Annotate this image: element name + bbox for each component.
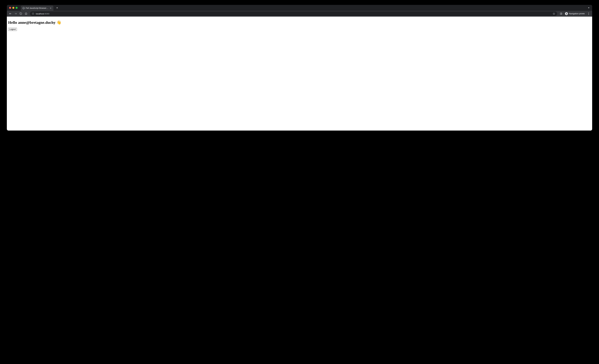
bookmark-button[interactable]	[553, 12, 555, 15]
globe-icon	[22, 7, 25, 9]
url-port: :8080	[44, 13, 50, 15]
site-info-button[interactable]	[32, 13, 34, 15]
url-text: localhost:8080	[36, 13, 551, 15]
tab-title: Fief JavaScript Browser examp	[26, 7, 49, 9]
logout-button[interactable]: Logout	[8, 28, 17, 31]
svg-point-8	[33, 13, 33, 13]
new-tab-button[interactable]	[55, 6, 59, 10]
window-close-button[interactable]	[9, 7, 11, 9]
window-minimize-button[interactable]	[12, 7, 14, 9]
tab-bar: Fief JavaScript Browser examp	[7, 5, 592, 11]
back-button[interactable]	[8, 11, 13, 16]
arrow-right-icon	[14, 12, 17, 15]
close-tab-button[interactable]	[50, 7, 52, 9]
window-controls	[8, 7, 19, 9]
greeting-heading: Hello anne@bretagne.duchy 👋	[8, 20, 591, 25]
browser-chrome: Fief JavaScript Browser examp	[7, 5, 592, 17]
url-host: localhost	[36, 13, 44, 15]
page-content: Hello anne@bretagne.duchy 👋 Logout	[7, 17, 592, 131]
svg-marker-9	[553, 13, 555, 15]
incognito-label: Navigation privée	[569, 13, 585, 15]
side-panel-button[interactable]	[559, 11, 563, 16]
toolbar-right: Navigation privée	[559, 11, 591, 16]
incognito-badge[interactable]: Navigation privée	[564, 12, 586, 15]
svg-point-13	[567, 14, 567, 14]
svg-point-12	[566, 14, 566, 14]
incognito-icon	[565, 12, 568, 15]
window-fullscreen-button[interactable]	[16, 7, 18, 9]
reload-icon	[19, 12, 22, 15]
home-icon	[25, 12, 27, 15]
tabs-dropdown-button[interactable]	[587, 6, 591, 10]
plus-icon	[56, 7, 58, 9]
address-bar[interactable]: localhost:8080	[30, 11, 557, 16]
info-icon	[32, 13, 34, 15]
star-icon	[553, 12, 555, 15]
svg-rect-10	[560, 13, 562, 14]
browser-menu-button[interactable]	[586, 11, 591, 16]
home-button[interactable]	[24, 11, 28, 16]
reload-button[interactable]	[18, 11, 23, 16]
browser-window: Fief JavaScript Browser examp	[7, 5, 592, 131]
arrow-left-icon	[9, 12, 12, 15]
close-icon	[50, 7, 52, 9]
forward-button[interactable]	[13, 11, 18, 16]
chevron-down-icon	[588, 8, 589, 8]
browser-tab[interactable]: Fief JavaScript Browser examp	[21, 6, 53, 11]
browser-toolbar: localhost:8080	[7, 11, 592, 17]
panel-icon	[560, 12, 562, 15]
